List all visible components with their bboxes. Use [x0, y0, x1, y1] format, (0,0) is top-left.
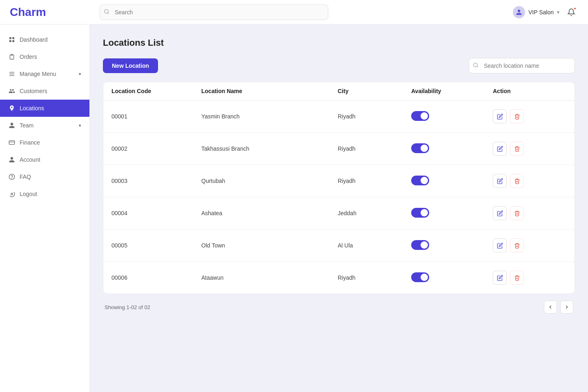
sidebar-item-finance[interactable]: Finance: [0, 134, 89, 151]
cell-action: [493, 238, 566, 252]
cell-city: Al Ula: [338, 242, 411, 249]
delete-button[interactable]: [510, 206, 524, 220]
table-row: 00003 Qurtubah Riyadh: [103, 165, 575, 197]
team-icon: [8, 122, 16, 129]
svg-rect-4: [9, 40, 11, 42]
next-page-button[interactable]: [560, 301, 573, 314]
finance-icon: [8, 139, 16, 146]
cell-action: [493, 174, 566, 188]
table-row: 00006 Ataawun Riyadh: [103, 262, 575, 294]
manage-menu-icon: [8, 70, 16, 78]
cell-action: [493, 206, 566, 220]
pagination-bar: Showing 1-02 of 02: [103, 301, 575, 314]
main-content: Locations List New Location Location Cod…: [90, 24, 588, 392]
edit-button[interactable]: [493, 174, 507, 188]
search-location-input[interactable]: [469, 58, 575, 74]
svg-rect-6: [11, 54, 13, 56]
sidebar-item-team[interactable]: Team ▾: [0, 117, 89, 134]
edit-button[interactable]: [493, 206, 507, 220]
sidebar-item-dashboard[interactable]: Dashboard: [0, 31, 89, 48]
edit-button[interactable]: [493, 109, 507, 123]
cell-name: Takhassusi Branch: [201, 145, 338, 152]
delete-button[interactable]: [510, 271, 524, 285]
availability-toggle[interactable]: [411, 208, 429, 218]
table-body: 00001 Yasmin Branch Riyadh 00002 Takhass…: [103, 100, 575, 294]
sidebar-item-label: Team: [20, 122, 33, 129]
cell-name: Yasmin Branch: [201, 113, 338, 120]
svg-line-1: [108, 13, 109, 14]
sidebar-item-account[interactable]: Account: [0, 151, 89, 168]
user-menu[interactable]: VIP Salon ▾: [513, 6, 559, 18]
cell-name: Ashatea: [201, 210, 338, 216]
header: Charm VIP Salon ▾: [0, 0, 588, 24]
cell-availability: [411, 208, 493, 219]
table-row: 00001 Yasmin Branch Riyadh: [103, 100, 575, 133]
header-right: VIP Salon ▾: [513, 5, 578, 19]
col-location-name: Location Name: [201, 88, 338, 94]
new-location-button[interactable]: New Location: [103, 58, 158, 73]
sidebar-item-orders[interactable]: Orders: [0, 48, 89, 65]
cell-name: Old Town: [201, 242, 338, 249]
table-row: 00002 Takhassusi Branch Riyadh: [103, 133, 575, 165]
cell-availability: [411, 111, 493, 122]
chevron-down-icon: ▾: [79, 123, 81, 128]
delete-button[interactable]: [510, 174, 524, 188]
cell-action: [493, 142, 566, 156]
col-availability: Availability: [411, 88, 493, 94]
app-logo: Charm: [10, 6, 100, 19]
svg-point-14: [11, 193, 13, 195]
header-search-icon: [104, 9, 109, 16]
availability-toggle[interactable]: [411, 111, 429, 121]
locations-table: Location Code Location Name City Availab…: [103, 82, 575, 294]
notification-button[interactable]: [564, 5, 578, 19]
table-row: 00004 Ashatea Jeddah: [103, 197, 575, 229]
sidebar-item-label: Customers: [20, 88, 47, 94]
cell-action: [493, 271, 566, 285]
header-search-area: [100, 4, 513, 20]
delete-button[interactable]: [510, 109, 524, 123]
cell-availability: [411, 143, 493, 154]
delete-button[interactable]: [510, 142, 524, 156]
availability-toggle[interactable]: [411, 143, 429, 153]
chevron-down-icon: ▾: [79, 71, 81, 77]
sidebar-item-label: Finance: [20, 139, 40, 146]
sidebar-item-manage-menu[interactable]: Manage Menu ▾: [0, 65, 89, 82]
svg-rect-3: [12, 37, 14, 39]
sidebar-item-customers[interactable]: Customers: [0, 82, 89, 100]
availability-toggle[interactable]: [411, 176, 429, 185]
search-location-wrapper: [469, 58, 575, 74]
sidebar-item-faq[interactable]: FAQ: [0, 168, 89, 185]
cell-code: 00003: [111, 178, 201, 184]
user-menu-chevron-icon: ▾: [557, 9, 559, 15]
cell-code: 00004: [111, 210, 201, 216]
search-location-icon: [473, 62, 479, 69]
edit-button[interactable]: [493, 142, 507, 156]
sidebar-item-logout[interactable]: Logout: [0, 185, 89, 203]
svg-rect-5: [12, 40, 14, 42]
pagination-controls: [544, 301, 573, 314]
delete-button[interactable]: [510, 238, 524, 252]
header-search-input[interactable]: [100, 4, 328, 20]
cell-name: Ataawun: [201, 274, 338, 281]
sidebar-item-locations[interactable]: Locations: [0, 100, 89, 117]
svg-point-0: [105, 9, 108, 13]
availability-toggle[interactable]: [411, 240, 429, 250]
edit-button[interactable]: [493, 271, 507, 285]
edit-button[interactable]: [493, 238, 507, 252]
table-header: Location Code Location Name City Availab…: [103, 82, 575, 100]
cell-city: Riyadh: [338, 274, 411, 281]
availability-toggle[interactable]: [411, 272, 429, 282]
user-name-label: VIP Salon: [528, 9, 554, 16]
sidebar-item-label: Account: [20, 156, 40, 163]
sidebar-item-label: Dashboard: [20, 36, 48, 43]
sidebar-item-label: Orders: [20, 53, 37, 60]
dashboard-icon: [8, 36, 16, 43]
svg-line-16: [477, 66, 478, 67]
cell-city: Riyadh: [338, 113, 411, 120]
cell-code: 00002: [111, 145, 201, 152]
prev-page-button[interactable]: [544, 301, 557, 314]
cell-code: 00005: [111, 242, 201, 249]
sidebar-item-label: FAQ: [20, 174, 31, 180]
logout-icon: [8, 190, 16, 198]
locations-icon: [8, 105, 16, 112]
